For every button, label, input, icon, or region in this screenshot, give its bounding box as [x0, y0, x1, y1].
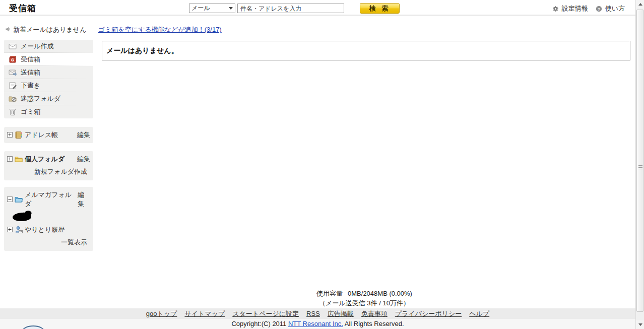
sidebar-item-label: ゴミ箱 — [21, 107, 41, 116]
sidebar-item-personal-folder[interactable]: 個人フォルダ — [25, 155, 65, 164]
webmail-page: 受信箱 メール 検 索 設定情報 ? 使い方 新着メールはありません — [0, 0, 644, 329]
inbox-icon — [9, 55, 17, 63]
sidebar-item-mail-compose[interactable]: メール作成 — [4, 40, 93, 53]
mailmag-folder-edit-link[interactable]: 編集 — [78, 190, 90, 209]
sidebar-item-address-book[interactable]: アドレス帳 — [25, 130, 58, 140]
footer-link-disclaimer[interactable]: 免責事項 — [361, 309, 388, 318]
sidebar-item-label: メール作成 — [21, 42, 54, 51]
usage-line2: （メール送受信 3件 / 10万件） — [98, 298, 630, 308]
history-panel: やりとり履歴 一覧表示 — [4, 222, 93, 251]
ntt-resonant-link[interactable]: NTT Resonant Inc. — [288, 320, 343, 327]
help-label: 使い方 — [605, 4, 625, 13]
question-icon: ? — [595, 5, 603, 13]
footer-link-goo-top[interactable]: gooトップ — [146, 309, 177, 318]
footer-link-privacy[interactable]: プライバシーポリシー — [395, 309, 462, 318]
search-button[interactable]: 検 索 — [360, 3, 400, 14]
sidebar-item-spam[interactable]: 迷惑フォルダ — [4, 92, 93, 105]
spam-folder-icon — [9, 95, 17, 103]
sidebar-item-trash[interactable]: ゴミ箱 — [4, 105, 93, 118]
address-book-edit-link[interactable]: 編集 — [77, 130, 90, 140]
search-scope-select[interactable]: メール — [189, 4, 235, 13]
header-links: 設定情報 ? 使い方 — [552, 4, 625, 13]
mailmag-folder-panel: メルマガフォルダ 編集 — [4, 187, 93, 224]
gear-icon — [552, 5, 560, 13]
redacted-folder-name[interactable] — [13, 212, 32, 222]
sidebar-item-label: 迷惑フォルダ — [21, 94, 60, 103]
new-mail-notice-text: 新着メールはありません — [13, 25, 86, 34]
address-book-icon — [15, 131, 23, 139]
personal-folder-icon — [15, 155, 23, 163]
sidebar-item-inbox[interactable]: 受信箱 — [4, 53, 93, 66]
new-folder-link[interactable]: 新規フォルダ作成 — [34, 167, 87, 176]
footer-link-sitemap[interactable]: サイトマップ — [184, 309, 225, 318]
sidebar-item-label: 送信箱 — [21, 68, 40, 77]
copyright-prefix: Copyright:(C) 2011 — [231, 320, 288, 327]
history-list-link[interactable]: 一覧表示 — [61, 238, 87, 247]
collapse-minus-icon[interactable] — [7, 196, 13, 204]
copyright-line: Copyright:(C) 2011 NTT Resonant Inc. All… — [0, 319, 635, 329]
footer-link-help[interactable]: ヘルプ — [469, 309, 489, 318]
settings-link[interactable]: 設定情報 — [552, 4, 588, 13]
help-link[interactable]: ? 使い方 — [595, 4, 625, 13]
new-mail-notice: 新着メールはありません — [5, 25, 86, 34]
sidebar-item-mailmag-folder[interactable]: メルマガフォルダ — [25, 190, 76, 209]
sidebar-item-label: 受信箱 — [21, 55, 40, 64]
footer-links-bar: gooトップ サイトマップ スタートページに設定 RSS 広告掲載 免責事項 プ… — [0, 308, 635, 319]
scrollbar-grip-icon — [638, 165, 642, 169]
settings-label: 設定情報 — [562, 4, 588, 13]
expand-plus-icon[interactable] — [7, 156, 13, 163]
scrollbar-thumb[interactable] — [636, 10, 643, 312]
copyright-suffix: All Rights Reserved. — [343, 320, 404, 327]
announcement-link[interactable]: ゴミ箱を空にする機能などが追加！(3/17) — [98, 25, 222, 34]
trash-icon — [9, 108, 17, 116]
triangle-down-icon — [638, 323, 642, 326]
address-book-panel: アドレス帳 編集 — [4, 127, 93, 143]
triangle-up-icon — [638, 3, 642, 6]
sidebar-item-drafts[interactable]: 下書き — [4, 79, 93, 92]
footer-link-rss[interactable]: RSS — [306, 310, 320, 317]
usage-info: 使用容量0MB/2048MB (0.00%) （メール送受信 3件 / 10万件… — [98, 289, 630, 308]
usage-line1: 使用容量0MB/2048MB (0.00%) — [98, 289, 630, 298]
personal-folder-panel: 個人フォルダ 編集 新規フォルダ作成 — [4, 151, 93, 180]
draft-icon — [9, 82, 17, 90]
outbox-icon — [9, 69, 17, 77]
scroll-down-button[interactable] — [636, 320, 644, 329]
expand-plus-icon[interactable] — [7, 226, 13, 234]
chevron-down-icon — [229, 7, 233, 10]
scroll-up-button[interactable] — [636, 0, 644, 9]
footer-link-ads[interactable]: 広告掲載 — [328, 309, 354, 318]
mail-compose-icon — [9, 42, 17, 50]
vertical-scrollbar[interactable] — [635, 0, 644, 329]
expand-plus-icon[interactable] — [7, 131, 13, 139]
mail-list-empty-box: メールはありません。 — [102, 41, 630, 60]
speaker-icon — [5, 26, 11, 34]
empty-message: メールはありません。 — [106, 46, 178, 55]
search-input[interactable] — [237, 4, 344, 13]
sidebar-item-outbox[interactable]: 送信箱 — [4, 66, 93, 79]
mail-folders-panel: メール作成 受信箱 送信箱 下書き 迷惑フォルダ — [4, 40, 93, 118]
page-title: 受信箱 — [9, 3, 36, 14]
footer-link-startpage[interactable]: スタートページに設定 — [232, 309, 299, 318]
search-scope-value: メール — [191, 4, 210, 13]
mailmag-folder-icon — [15, 195, 23, 204]
sidebar-item-history[interactable]: やりとり履歴 — [25, 225, 65, 234]
svg-text:?: ? — [598, 7, 600, 11]
sidebar-item-label: 下書き — [21, 81, 40, 90]
personal-folder-edit-link[interactable]: 編集 — [77, 155, 90, 164]
history-person-icon — [15, 226, 23, 234]
